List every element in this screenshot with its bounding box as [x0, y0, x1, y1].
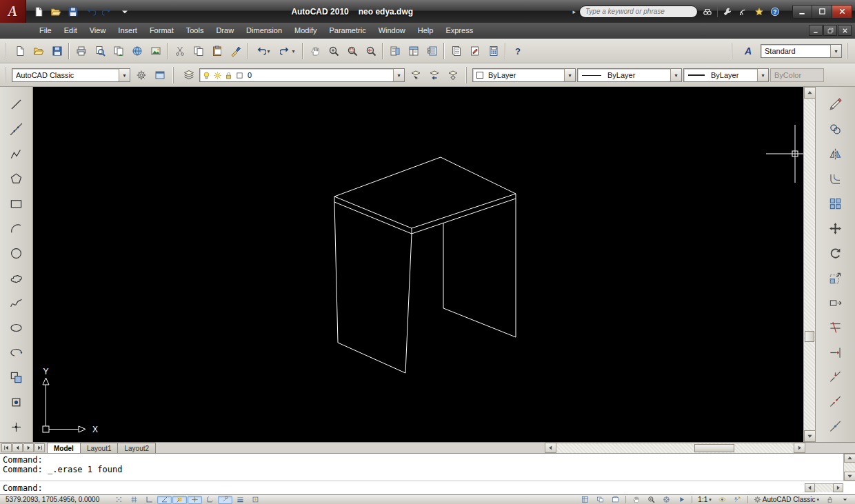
quickcalc-button[interactable] — [484, 42, 503, 61]
break-at-point-button[interactable] — [824, 367, 847, 388]
lock-icon[interactable] — [224, 71, 233, 80]
publish-button[interactable] — [109, 42, 128, 61]
help-button[interactable]: ? — [508, 42, 527, 61]
annotation-autoscale-button[interactable]: A — [730, 496, 745, 504]
menu-express[interactable]: Express — [439, 23, 479, 37]
new-button[interactable] — [10, 42, 29, 61]
zoom-previous-button[interactable] — [361, 42, 380, 61]
menu-window[interactable]: Window — [372, 23, 412, 37]
quick-view-drawings-button[interactable] — [608, 496, 623, 504]
coordinates-display[interactable]: 5379.2093, 1705.4956, 0.0000 — [3, 496, 112, 503]
color-combo[interactable]: ByLayer ▾ — [472, 68, 576, 82]
command-hscroll-track[interactable] — [815, 483, 833, 492]
new-button[interactable] — [30, 4, 47, 19]
doc-minimize-button[interactable] — [809, 25, 823, 36]
scroll-left-button[interactable] — [545, 443, 556, 453]
move-button[interactable] — [824, 218, 847, 239]
chevron-down-icon[interactable]: ▾ — [393, 69, 404, 81]
polyline-button[interactable] — [5, 143, 28, 165]
paste-button[interactable] — [208, 42, 226, 61]
properties-button[interactable] — [385, 42, 404, 61]
polar-toggle[interactable] — [157, 496, 172, 504]
tab-layout2[interactable]: Layout2 — [117, 443, 156, 453]
bulb-icon[interactable] — [202, 71, 211, 80]
model-space-button[interactable] — [578, 496, 592, 504]
minimize-button[interactable] — [792, 5, 812, 19]
otrack-toggle[interactable] — [188, 496, 202, 504]
line-button[interactable] — [5, 94, 28, 115]
revision-cloud-button[interactable] — [5, 268, 28, 289]
ducs-toggle[interactable] — [203, 496, 217, 504]
toolbar-grip[interactable] — [172, 67, 176, 83]
ellipse-arc-button[interactable] — [5, 342, 28, 363]
join-button[interactable] — [824, 416, 847, 438]
save-button[interactable] — [48, 42, 66, 61]
scroll-down-button[interactable] — [804, 430, 816, 442]
markup-manager-button[interactable] — [465, 42, 484, 61]
trim-button[interactable] — [824, 317, 847, 339]
menu-file[interactable]: File — [33, 23, 58, 37]
osnap-toggle[interactable] — [172, 496, 187, 504]
open-button[interactable] — [29, 42, 48, 61]
web-button[interactable] — [128, 42, 146, 61]
workspace-switching-button[interactable]: AutoCAD Classic ▾ — [751, 496, 822, 504]
menu-insert[interactable]: Insert — [112, 23, 143, 37]
grid-toggle[interactable] — [127, 496, 141, 504]
redo-button[interactable]: ▾ — [275, 42, 300, 61]
layer-states-button[interactable] — [443, 66, 462, 85]
vertical-scrollbar[interactable] — [803, 87, 815, 442]
tab-prev-button[interactable] — [12, 443, 23, 452]
arc-button[interactable] — [5, 218, 28, 239]
render-button[interactable] — [146, 42, 165, 61]
ortho-toggle[interactable] — [142, 496, 157, 504]
color-swatch-icon[interactable] — [235, 71, 244, 80]
doc-close-button[interactable] — [838, 25, 852, 36]
pan-button[interactable] — [629, 496, 643, 504]
annotation-scale-button[interactable]: 1:1 ▾ — [695, 496, 714, 504]
maximize-button[interactable] — [812, 5, 832, 19]
layer-properties-button[interactable] — [179, 66, 198, 85]
annotation-visibility-button[interactable] — [715, 496, 730, 504]
polygon-button[interactable] — [5, 168, 28, 190]
qat-customize-button[interactable] — [117, 4, 133, 19]
rectangle-button[interactable] — [5, 193, 28, 214]
command-hscrollbar[interactable] — [805, 483, 843, 492]
tool-palettes-button[interactable] — [423, 42, 441, 61]
tab-first-button[interactable] — [1, 443, 12, 452]
menu-dimension[interactable]: Dimension — [240, 23, 288, 37]
chevron-down-icon[interactable]: ▾ — [757, 69, 768, 81]
autocad-logo[interactable]: A — [0, 0, 26, 23]
layer-previous-button[interactable] — [425, 66, 443, 85]
menu-tools[interactable]: Tools — [180, 23, 210, 37]
make-block-button[interactable] — [5, 392, 28, 413]
workspace-settings-button[interactable] — [132, 66, 150, 85]
offset-button[interactable] — [824, 168, 847, 190]
tab-next-button[interactable] — [23, 443, 34, 452]
menu-format[interactable]: Format — [143, 23, 180, 37]
dyn-toggle[interactable] — [218, 496, 232, 504]
horizontal-scroll-thumb[interactable] — [694, 444, 734, 452]
lineweight-combo[interactable]: ByLayer ▾ — [683, 68, 769, 82]
designcenter-button[interactable] — [404, 42, 423, 61]
chevron-down-icon[interactable]: ▾ — [830, 45, 841, 57]
copy-button[interactable] — [824, 119, 847, 140]
steering-wheel-button[interactable] — [659, 496, 674, 504]
scroll-up-button[interactable] — [804, 87, 816, 99]
array-button[interactable] — [824, 193, 847, 214]
sun-icon[interactable] — [213, 71, 222, 80]
infocenter-search-input[interactable] — [579, 6, 698, 18]
chevron-down-icon[interactable]: ▾ — [670, 69, 681, 81]
subscription-center-button[interactable] — [720, 5, 735, 19]
vertical-scroll-thumb[interactable] — [805, 331, 814, 342]
tab-last-button[interactable] — [34, 443, 45, 452]
text-style-combo[interactable]: Standard ▾ — [761, 44, 842, 58]
zoom-realtime-button[interactable] — [324, 42, 343, 61]
toolbar-grip[interactable] — [5, 67, 8, 83]
rotate-button[interactable] — [824, 243, 847, 264]
cut-button[interactable] — [170, 42, 189, 61]
close-button[interactable] — [832, 5, 852, 19]
insert-block-button[interactable] — [5, 367, 28, 388]
undo-button[interactable]: ▾ — [250, 42, 275, 61]
command-scrollbar[interactable] — [843, 454, 855, 481]
menu-modify[interactable]: Modify — [288, 23, 323, 37]
